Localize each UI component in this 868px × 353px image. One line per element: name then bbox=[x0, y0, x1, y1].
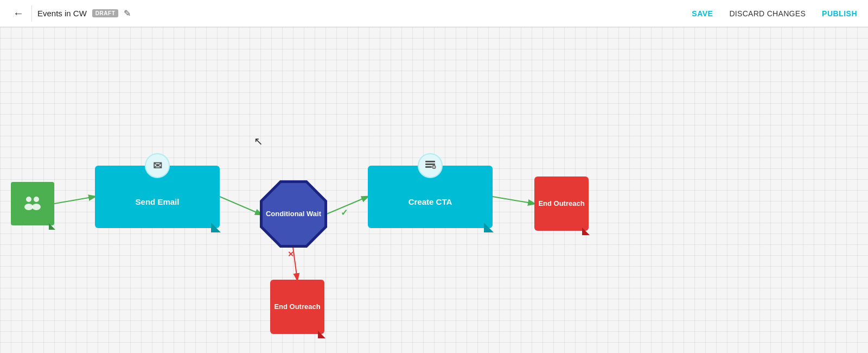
conditional-wait-inner: Conditional Wait bbox=[263, 183, 324, 245]
create-cta-label: Create CTA bbox=[409, 197, 452, 206]
back-button[interactable]: ← bbox=[11, 5, 26, 22]
cursor-icon: ↖ bbox=[254, 135, 263, 148]
check-label: ✓ bbox=[341, 207, 348, 218]
conditional-wait-octagon: Conditional Wait bbox=[260, 180, 327, 248]
end-outreach-node-1[interactable]: End Outreach bbox=[534, 177, 589, 231]
publish-button[interactable]: PUBLISH bbox=[822, 9, 857, 18]
svg-line-1 bbox=[220, 197, 261, 215]
workflow-canvas[interactable]: ✓ ✕ ✉ Send Email Conditional Wait bbox=[0, 27, 868, 353]
edit-icon[interactable]: ✎ bbox=[124, 8, 131, 18]
people-icon bbox=[21, 192, 44, 216]
svg-point-8 bbox=[32, 204, 41, 210]
discard-button[interactable]: DISCARD CHANGES bbox=[729, 9, 806, 18]
svg-point-7 bbox=[24, 204, 33, 210]
header-separator bbox=[31, 5, 32, 22]
header-right: SAVE DISCARD CHANGES PUBLISH bbox=[692, 9, 857, 18]
end-outreach-node-2[interactable]: End Outreach bbox=[270, 280, 324, 334]
svg-point-5 bbox=[26, 197, 31, 202]
end-outreach-1-label: End Outreach bbox=[538, 199, 584, 209]
end-outreach-2-label: End Outreach bbox=[274, 302, 320, 312]
x-label: ✕ bbox=[288, 250, 294, 259]
create-cta-icon bbox=[424, 159, 436, 173]
svg-rect-10 bbox=[425, 163, 435, 165]
svg-point-6 bbox=[34, 197, 39, 202]
create-cta-icon-circle bbox=[418, 153, 443, 178]
start-node[interactable] bbox=[11, 182, 54, 225]
header: ← Events in CW DRAFT ✎ SAVE DISCARD CHAN… bbox=[0, 0, 868, 27]
svg-rect-9 bbox=[425, 161, 435, 162]
email-icon: ✉ bbox=[153, 159, 162, 172]
save-button[interactable]: SAVE bbox=[692, 9, 713, 18]
svg-line-0 bbox=[54, 197, 95, 204]
header-left: ← Events in CW DRAFT ✎ bbox=[11, 5, 131, 22]
workflow-title: Events in CW bbox=[37, 9, 87, 18]
conditional-wait-label: Conditional Wait bbox=[266, 210, 321, 219]
send-email-node[interactable]: ✉ Send Email bbox=[95, 166, 220, 228]
svg-rect-11 bbox=[425, 166, 432, 168]
send-email-icon-circle: ✉ bbox=[145, 153, 170, 178]
create-cta-node[interactable]: Create CTA bbox=[368, 166, 493, 228]
conditional-wait-node[interactable]: Conditional Wait bbox=[260, 180, 327, 248]
send-email-label: Send Email bbox=[136, 197, 180, 206]
svg-line-3 bbox=[493, 197, 534, 204]
draft-badge: DRAFT bbox=[92, 9, 118, 17]
